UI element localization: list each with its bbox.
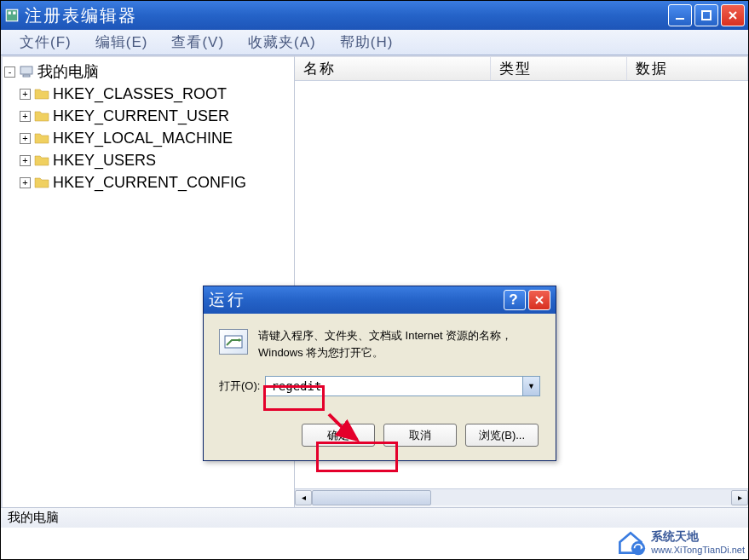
statusbar-text: 我的电脑 — [8, 510, 59, 526]
dialog-buttons: 确定 取消 浏览(B)... — [219, 424, 540, 447]
menu-help[interactable]: 帮助(H) — [328, 31, 406, 54]
tree-item-label[interactable]: HKEY_CURRENT_CONFIG — [53, 174, 246, 192]
column-type[interactable]: 类型 — [491, 57, 627, 80]
browse-button[interactable]: 浏览(B)... — [465, 424, 539, 447]
computer-icon — [19, 65, 34, 78]
svg-rect-4 — [702, 11, 711, 20]
tree-item[interactable]: + HKEY_CURRENT_USER — [20, 105, 292, 127]
expand-icon[interactable]: + — [20, 177, 31, 188]
svg-rect-1 — [9, 12, 11, 14]
window-controls — [668, 4, 745, 26]
open-input[interactable] — [266, 379, 522, 393]
menubar: 文件(F) 编辑(E) 查看(V) 收藏夹(A) 帮助(H) — [1, 30, 748, 55]
expand-icon[interactable]: + — [20, 111, 31, 122]
list-header: 名称 类型 数据 — [295, 57, 748, 81]
scroll-track[interactable] — [312, 490, 731, 505]
menu-file[interactable]: 文件(F) — [8, 31, 84, 54]
tree-item[interactable]: + HKEY_USERS — [20, 149, 292, 171]
run-icon — [219, 329, 248, 355]
svg-rect-3 — [676, 18, 684, 20]
run-dialog[interactable]: 运行 ? 请键入程序、文件夹、文档或 Internet 资源的名称，Window… — [203, 286, 556, 461]
watermark: 系统天地 www.XiTongTianDi.net — [615, 527, 745, 557]
svg-rect-5 — [20, 66, 32, 74]
tree-item-label[interactable]: HKEY_CLASSES_ROOT — [53, 85, 227, 103]
tree-item-label[interactable]: HKEY_LOCAL_MACHINE — [53, 130, 233, 147]
folder-icon — [34, 176, 49, 189]
tree-root-label[interactable]: 我的电脑 — [37, 61, 99, 82]
dialog-body: 请键入程序、文件夹、文档或 Internet 资源的名称，Windows 将为您… — [204, 314, 556, 460]
expand-icon[interactable]: + — [20, 133, 31, 144]
dialog-controls: ? — [504, 290, 550, 310]
scroll-right-button[interactable]: ▸ — [731, 490, 748, 505]
statusbar: 我的电脑 — [1, 507, 748, 528]
tree-children: + HKEY_CLASSES_ROOT + HKEY_CURRENT_USER … — [20, 83, 292, 193]
collapse-icon[interactable]: - — [4, 66, 15, 78]
column-data[interactable]: 数据 — [627, 57, 748, 80]
open-combobox[interactable]: ▼ — [265, 376, 540, 396]
expand-icon[interactable]: + — [20, 89, 31, 100]
folder-icon — [34, 131, 49, 145]
tree-item[interactable]: + HKEY_LOCAL_MACHINE — [20, 127, 292, 149]
menu-view[interactable]: 查看(V) — [159, 31, 236, 54]
horizontal-scrollbar[interactable]: ◂ ▸ — [295, 488, 748, 505]
svg-rect-6 — [23, 75, 30, 77]
tree-item-label[interactable]: HKEY_CURRENT_USER — [53, 107, 229, 125]
ok-button[interactable]: 确定 — [302, 424, 375, 447]
open-label: 打开(O): — [219, 378, 260, 394]
close-button[interactable] — [721, 4, 745, 26]
maximize-button[interactable] — [694, 4, 718, 26]
folder-icon — [34, 87, 49, 101]
tree-item[interactable]: + HKEY_CURRENT_CONFIG — [20, 171, 292, 193]
menu-favorites[interactable]: 收藏夹(A) — [236, 31, 328, 54]
combo-dropdown-button[interactable]: ▼ — [522, 377, 539, 395]
scroll-left-button[interactable]: ◂ — [295, 490, 312, 505]
dialog-title: 运行 — [209, 289, 504, 311]
svg-rect-7 — [225, 336, 242, 348]
tree-item-label[interactable]: HKEY_USERS — [53, 152, 156, 170]
help-button[interactable]: ? — [504, 290, 526, 310]
scroll-thumb[interactable] — [312, 490, 431, 505]
svg-rect-2 — [13, 12, 15, 14]
watermark-logo-icon — [615, 527, 646, 557]
dialog-close-button[interactable] — [528, 290, 550, 310]
dialog-description: 请键入程序、文件夹、文档或 Internet 资源的名称，Windows 将为您… — [258, 327, 540, 361]
svg-rect-0 — [6, 9, 18, 21]
menu-edit[interactable]: 编辑(E) — [84, 31, 160, 54]
tree-root[interactable]: - 我的电脑 — [4, 61, 292, 83]
column-name[interactable]: 名称 — [295, 57, 491, 80]
watermark-url: www.XiTongTianDi.net — [651, 545, 745, 555]
window-title: 注册表编辑器 — [25, 4, 668, 27]
dialog-titlebar[interactable]: 运行 ? — [204, 286, 556, 314]
folder-icon — [34, 109, 49, 123]
expand-icon[interactable]: + — [20, 155, 31, 166]
app-icon — [4, 8, 20, 23]
minimize-button[interactable] — [668, 4, 692, 26]
svg-point-8 — [631, 541, 645, 555]
titlebar[interactable]: 注册表编辑器 — [1, 1, 748, 30]
watermark-name: 系统天地 — [651, 529, 745, 545]
folder-icon — [34, 153, 49, 167]
cancel-button[interactable]: 取消 — [383, 424, 457, 447]
tree-item[interactable]: + HKEY_CLASSES_ROOT — [20, 83, 292, 105]
